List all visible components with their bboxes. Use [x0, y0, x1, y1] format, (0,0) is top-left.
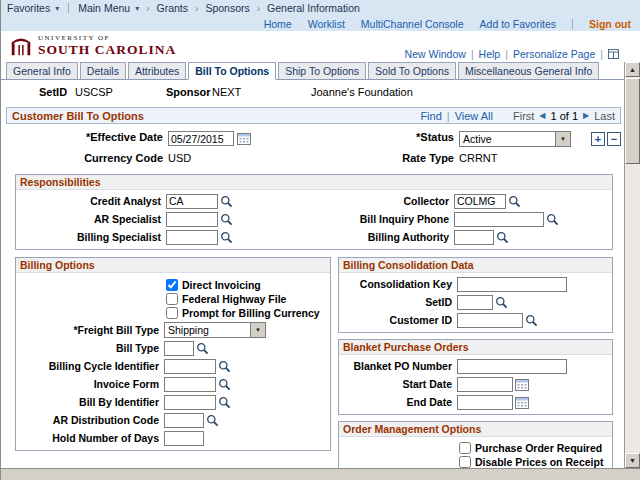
- bill-by-identifier-input[interactable]: [164, 395, 216, 410]
- main-menu[interactable]: Main Menu: [78, 2, 130, 14]
- vertical-scrollbar[interactable]: ▲ ▼: [624, 62, 640, 468]
- view-all-link[interactable]: View All: [455, 110, 493, 122]
- consolidation-setid-input[interactable]: [457, 295, 493, 310]
- last-label[interactable]: Last: [594, 110, 615, 122]
- consolidation-key-input[interactable]: [457, 277, 567, 292]
- billing-options-title: Billing Options: [16, 258, 330, 273]
- start-date-input[interactable]: [457, 377, 513, 392]
- scrollbar-thumb[interactable]: [625, 78, 640, 164]
- personalize-layout-icon[interactable]: [608, 49, 619, 59]
- consolidation-setid-lookup-icon[interactable]: [495, 296, 508, 309]
- direct-invoicing-checkbox[interactable]: [166, 279, 178, 291]
- bill-inquiry-phone-lookup-icon[interactable]: [546, 213, 559, 226]
- dropdown-arrow-icon: ▼: [555, 132, 570, 146]
- worklist-link[interactable]: Worklist: [308, 18, 345, 30]
- billing-authority-lookup-icon[interactable]: [496, 231, 509, 244]
- next-row-icon[interactable]: ▶: [583, 111, 589, 120]
- collector-input[interactable]: [454, 194, 506, 209]
- scroll-down-icon[interactable]: ▼: [625, 453, 640, 468]
- purchase-order-required-checkbox[interactable]: [459, 442, 471, 454]
- blanket-po-number-label: Blanket PO Number: [339, 360, 457, 372]
- scroll-up-icon[interactable]: ▲: [625, 62, 640, 77]
- customer-id-lookup-icon[interactable]: [525, 314, 538, 327]
- logo-line2: SOUTH CAROLINA: [38, 42, 176, 58]
- collector-label: Collector: [314, 195, 454, 207]
- credit-analyst-input[interactable]: [166, 194, 218, 209]
- end-date-input[interactable]: [457, 395, 513, 410]
- currency-code-value: USD: [168, 152, 191, 164]
- delete-row-button[interactable]: −: [607, 132, 621, 146]
- ar-distribution-code-label: AR Distribution Code: [16, 414, 164, 426]
- effective-date-row: *Effective Date *Status Active ▼ + −: [1, 131, 625, 148]
- effective-date-calendar-icon[interactable]: [237, 132, 251, 145]
- sponsor-label: Sponsor: [166, 86, 211, 98]
- tab-sold-to-options[interactable]: Sold To Options: [368, 62, 456, 80]
- ar-specialist-input[interactable]: [166, 212, 218, 227]
- ar-specialist-lookup-icon[interactable]: [220, 213, 233, 226]
- billing-authority-label: Billing Authority: [314, 231, 454, 243]
- credit-analyst-lookup-icon[interactable]: [220, 195, 233, 208]
- billing-specialist-label: Billing Specialist: [16, 231, 166, 243]
- tab-attributes[interactable]: Attributes: [128, 62, 186, 80]
- breadcrumb-general-information[interactable]: General Information: [267, 2, 360, 14]
- multichannel-console-link[interactable]: MultiChannel Console: [361, 18, 464, 30]
- bill-type-lookup-icon[interactable]: [196, 342, 209, 355]
- start-date-calendar-icon[interactable]: [515, 378, 529, 391]
- blanket-po-number-input[interactable]: [457, 359, 567, 374]
- billing-specialist-input[interactable]: [166, 230, 218, 245]
- hold-number-of-days-input[interactable]: [164, 431, 204, 446]
- bill-by-lookup-icon[interactable]: [218, 396, 231, 409]
- tab-ship-to-options[interactable]: Ship To Options: [278, 62, 366, 80]
- invoice-form-lookup-icon[interactable]: [218, 378, 231, 391]
- end-date-calendar-icon[interactable]: [515, 396, 529, 409]
- responsibilities-title: Responsibilities: [16, 175, 612, 190]
- end-date-row: End Date: [339, 393, 612, 411]
- federal-highway-file-checkbox[interactable]: [166, 293, 178, 305]
- previous-row-icon[interactable]: ◀: [539, 111, 545, 120]
- first-label[interactable]: First: [513, 110, 534, 122]
- bill-inquiry-phone-input[interactable]: [454, 212, 544, 227]
- customer-id-input[interactable]: [457, 313, 523, 328]
- tab-miscellaneous-general-info[interactable]: Miscellaneous General Info: [458, 62, 599, 80]
- billing-cycle-identifier-input[interactable]: [164, 359, 216, 374]
- invoice-form-row: Invoice Form: [16, 375, 330, 393]
- effective-date-input[interactable]: [168, 131, 234, 146]
- page-action-links: New Window | Help | Personalize Page |: [405, 48, 619, 60]
- home-link[interactable]: Home: [264, 18, 292, 30]
- credit-analyst-label: Credit Analyst: [16, 195, 166, 207]
- invoice-form-input[interactable]: [164, 377, 216, 392]
- billing-cycle-lookup-icon[interactable]: [218, 360, 231, 373]
- breadcrumb-grants[interactable]: Grants: [157, 2, 189, 14]
- order-management-groupbox: Order Management Options Purchase Order …: [338, 421, 613, 468]
- status-select[interactable]: Active ▼: [459, 131, 571, 147]
- favorites-menu[interactable]: Favorites: [7, 2, 50, 14]
- add-to-favorites-link[interactable]: Add to Favorites: [480, 18, 556, 30]
- ar-specialist-row: AR Specialist: [16, 210, 314, 228]
- tab-details[interactable]: Details: [80, 62, 126, 80]
- billing-authority-input[interactable]: [454, 230, 494, 245]
- disable-prices-checkbox[interactable]: [459, 456, 471, 468]
- breadcrumb-sponsors[interactable]: Sponsors: [205, 2, 249, 14]
- order-management-title: Order Management Options: [339, 422, 612, 437]
- bill-type-input[interactable]: [164, 341, 194, 356]
- billing-specialist-row: Billing Specialist: [16, 228, 314, 246]
- freight-bill-type-row: *Freight Bill Type Shipping ▼: [16, 321, 330, 339]
- help-link[interactable]: Help: [479, 48, 501, 60]
- prompt-billing-currency-checkbox[interactable]: [166, 307, 178, 319]
- sponsor-value: NEXT: [212, 86, 241, 98]
- ar-distribution-code-input[interactable]: [164, 413, 204, 428]
- freight-bill-type-select[interactable]: Shipping ▼: [164, 322, 266, 338]
- billing-options-groupbox: Billing Options Direct Invoicing Federal…: [15, 257, 331, 451]
- tab-general-info[interactable]: General Info: [6, 62, 78, 80]
- collector-lookup-icon[interactable]: [508, 195, 521, 208]
- effective-date-label: *Effective Date: [1, 131, 163, 143]
- add-row-button[interactable]: +: [591, 132, 605, 146]
- billing-specialist-lookup-icon[interactable]: [220, 231, 233, 244]
- new-window-link[interactable]: New Window: [405, 48, 466, 60]
- sign-out-link[interactable]: Sign out: [589, 18, 631, 30]
- personalize-page-link[interactable]: Personalize Page: [513, 48, 595, 60]
- find-link[interactable]: Find: [420, 110, 441, 122]
- start-date-label: Start Date: [339, 378, 457, 390]
- tab-bill-to-options[interactable]: Bill To Options: [188, 62, 276, 80]
- ar-distribution-lookup-icon[interactable]: [206, 414, 219, 427]
